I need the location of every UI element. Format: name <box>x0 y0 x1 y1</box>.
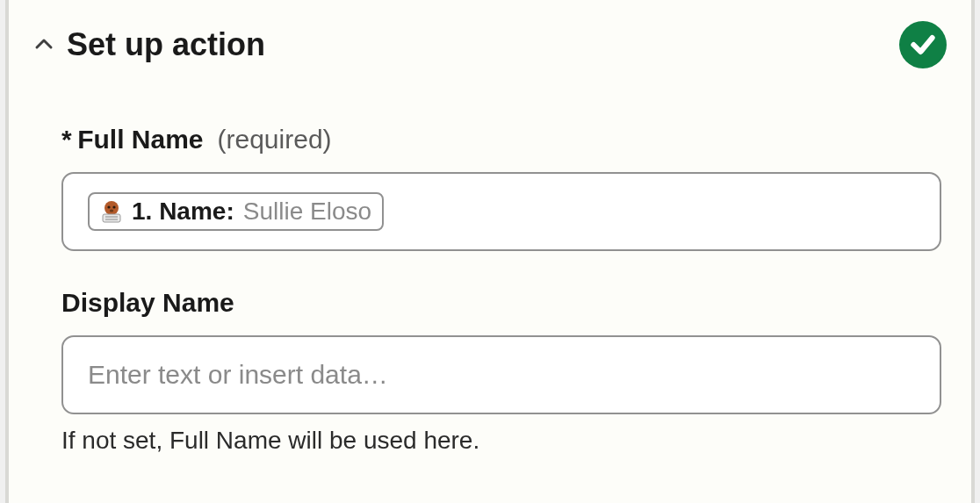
full-name-label-row: * Full Name (required) <box>61 125 941 154</box>
required-text: (required) <box>218 125 332 154</box>
status-complete-icon <box>899 21 947 68</box>
section-title: Set up action <box>67 26 265 63</box>
action-setup-panel: Set up action * Full Name (required) <box>5 0 975 503</box>
display-name-input[interactable]: Enter text or insert data… <box>61 335 941 414</box>
pill-label: 1. Name: <box>132 199 234 224</box>
required-indicator: * Full Name <box>61 125 204 154</box>
svg-point-2 <box>112 205 115 208</box>
display-name-placeholder: Enter text or insert data… <box>88 360 388 390</box>
display-name-label: Display Name <box>61 288 234 318</box>
svg-point-3 <box>110 209 113 212</box>
wpforms-icon <box>100 200 123 223</box>
display-name-field: Display Name Enter text or insert data… … <box>61 288 941 455</box>
required-asterisk: * <box>61 125 72 154</box>
chevron-up-icon <box>33 34 54 55</box>
section-header[interactable]: Set up action <box>33 21 947 68</box>
form-body: * Full Name (required) <box>33 125 947 455</box>
pill-value: Sullie Eloso <box>243 199 371 224</box>
full-name-field: * Full Name (required) <box>61 125 941 251</box>
svg-point-1 <box>107 205 110 208</box>
section-header-left: Set up action <box>33 26 265 63</box>
full-name-label: Full Name <box>77 125 203 154</box>
svg-rect-4 <box>103 214 120 222</box>
svg-point-0 <box>104 201 119 215</box>
full-name-input[interactable]: 1. Name: Sullie Eloso <box>61 172 941 251</box>
mapped-field-pill[interactable]: 1. Name: Sullie Eloso <box>88 192 384 231</box>
display-name-helper: If not set, Full Name will be used here. <box>61 427 941 455</box>
display-name-label-row: Display Name <box>61 288 941 318</box>
